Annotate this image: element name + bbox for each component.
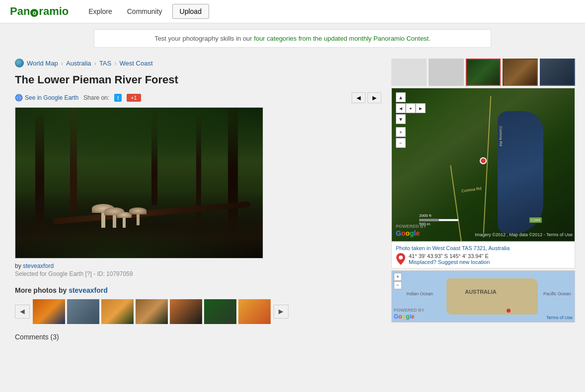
mini-map-content: Indian Ocean Pacific Ocean AUSTRALIA + −… [392, 271, 575, 322]
more-photos-title: More photos by steveaxford [15, 286, 381, 294]
map-scale-bar [419, 219, 459, 221]
location-pin-icon [396, 253, 406, 265]
map-controls: ▲ ◄ ● ► ▼ + − [396, 92, 426, 148]
map-google-logo: POWERED BY Google [396, 224, 427, 237]
selected-info: Selected for Google Earth [?] - ID: 1079… [15, 270, 381, 277]
logo-text-pan: Pan [10, 5, 30, 17]
strip-prev-button[interactable]: ◄ [15, 305, 30, 319]
breadcrumb-sep-3: › [114, 60, 116, 67]
map-ctrl-left[interactable]: ◄ [396, 103, 406, 113]
strip-thumb-0[interactable] [391, 59, 427, 86]
strip-thumb-3[interactable] [503, 59, 538, 86]
mini-zoom-in[interactable]: + [394, 273, 402, 281]
misplaced-link[interactable]: Misplaced? Suggest new location [409, 259, 490, 265]
thumbnail-1[interactable] [67, 299, 99, 324]
foliage-layer [15, 108, 263, 191]
photo-title: The Lower Pieman River Forest [15, 73, 381, 86]
breadcrumb-world-map[interactable]: World Map [27, 60, 58, 67]
mini-powered-by: POWERED BY [394, 308, 425, 313]
next-photo-button[interactable]: ► [367, 92, 381, 103]
main-content: World Map › Australia › TAS › West Coast… [0, 54, 585, 351]
breadcrumb-australia[interactable]: Australia [66, 60, 91, 67]
mini-terms-link[interactable]: Terms of Use [546, 315, 573, 320]
map-ctrl-right[interactable]: ► [416, 103, 426, 113]
prev-photo-button[interactable]: ◄ [352, 92, 366, 103]
thumbnail-grid [33, 299, 271, 324]
map-scale-2000: 2000 ft [419, 213, 459, 218]
logo-o-icon: o [30, 9, 38, 17]
right-column: Corinna Rd Corinna Rd C249 ▲ ◄ ● ► ▼ [391, 59, 575, 341]
twitter-share-button[interactable]: t [114, 94, 122, 102]
upload-button[interactable]: Upload [172, 4, 209, 19]
mini-google-logo: POWERED BY Google [394, 308, 425, 320]
thumbnail-6[interactable] [238, 299, 271, 324]
map-ctrl-down[interactable]: ▼ [396, 114, 406, 124]
mini-indian-ocean-label: Indian Ocean [406, 291, 433, 296]
map-road-label-1: Corinna Rd [498, 127, 503, 146]
map-water [498, 111, 543, 233]
photo-actions: See in Google Earth Share on: t +1 ◄ ► [15, 92, 381, 103]
breadcrumb: World Map › Australia › TAS › West Coast [15, 59, 381, 67]
header: Panoramio Explore Community Upload [0, 0, 585, 23]
map-copyright: Imagery ©2012 , Map data ©2012 - Terms o… [475, 232, 573, 237]
mini-australia-shape [446, 278, 538, 314]
explore-nav[interactable]: Explore [83, 4, 117, 18]
strip-next-button[interactable]: ► [274, 305, 289, 319]
mushroom-stem-4 [137, 214, 140, 225]
banner-link[interactable]: four categories from the updated monthly… [254, 35, 429, 42]
location-text: Photo taken in West Coast TAS 7321, Aust… [396, 245, 571, 251]
photo-info: by steveaxford Selected for Google Earth… [15, 262, 381, 277]
map-scale-bar-inner [420, 219, 439, 221]
map-powered-by: POWERED BY [396, 224, 427, 229]
map-ctrl-center[interactable]: ● [406, 103, 416, 113]
contest-banner: Test your photography skills in our four… [94, 29, 491, 48]
coords-info: 41° 39' 43.93" S 145° 4' 33.94" E Mispla… [409, 253, 490, 265]
globe-icon [15, 59, 24, 67]
author-link[interactable]: steveaxford [23, 262, 54, 269]
mini-zoom-controls: + − [394, 273, 402, 289]
map-pin [480, 157, 490, 167]
share-label: Share on: [83, 94, 109, 101]
thumbnail-2[interactable] [101, 299, 134, 324]
photo-navigation: ◄ ► [352, 92, 381, 103]
banner-text: Test your photography skills in our [154, 35, 254, 42]
coords-row: 41° 39' 43.93" S 145° 4' 33.94" E Mispla… [396, 253, 571, 265]
strip-thumb-4[interactable] [540, 59, 575, 86]
thumbnail-0[interactable] [33, 299, 65, 324]
moss-layer [15, 225, 263, 258]
map-ctrl-zoom-out[interactable]: − [396, 138, 406, 148]
google-earth-link[interactable]: See in Google Earth [15, 94, 78, 102]
banner-text-after: . [429, 35, 431, 42]
comments-label: Comments (3) [15, 333, 59, 341]
mushroom-cap-4 [129, 207, 146, 214]
breadcrumb-west-coast[interactable]: West Coast [120, 60, 153, 67]
thumbnail-4[interactable] [170, 299, 202, 324]
more-photos-author-link[interactable]: steveaxford [69, 286, 108, 294]
mini-australia-label: AUSTRALIA [465, 289, 497, 295]
thumbnail-3[interactable] [136, 299, 168, 324]
gplus-share-button[interactable]: +1 [127, 94, 141, 102]
more-photos-prefix: More photos by [15, 286, 69, 294]
svg-point-5 [399, 256, 403, 260]
aerial-map: Corinna Rd Corinna Rd C249 ▲ ◄ ● ► ▼ [391, 88, 575, 242]
google-earth-icon [15, 94, 23, 102]
coords-text: 41° 39' 43.93" S 145° 4' 33.94" E [409, 253, 490, 259]
logo-text-ramio: ramio [39, 5, 69, 17]
left-column: World Map › Australia › TAS › West Coast… [15, 59, 381, 341]
community-nav[interactable]: Community [122, 4, 167, 18]
mini-pacific-ocean-label: Pacific Ocean [543, 291, 571, 296]
thumbnail-5[interactable] [204, 299, 236, 324]
more-photos-section: More photos by steveaxford ◄ ► [15, 286, 381, 324]
location-info: Photo taken in West Coast TAS 7321, Aust… [391, 242, 575, 268]
author-prefix: by [15, 262, 23, 269]
strip-thumb-1[interactable] [429, 59, 464, 86]
google-earth-label: See in Google Earth [25, 94, 78, 101]
mini-map: Indian Ocean Pacific Ocean AUSTRALIA + −… [391, 270, 575, 323]
map-ctrl-up[interactable]: ▲ [396, 92, 406, 102]
map-ctrl-zoom-in[interactable]: + [396, 127, 406, 137]
mini-zoom-out[interactable]: − [394, 281, 402, 289]
breadcrumb-tas[interactable]: TAS [99, 60, 111, 67]
nav: Explore Community Upload [83, 4, 209, 19]
selected-text: Selected for Google Earth [?] - ID: 1079… [15, 270, 133, 277]
strip-thumb-2[interactable] [466, 59, 501, 86]
